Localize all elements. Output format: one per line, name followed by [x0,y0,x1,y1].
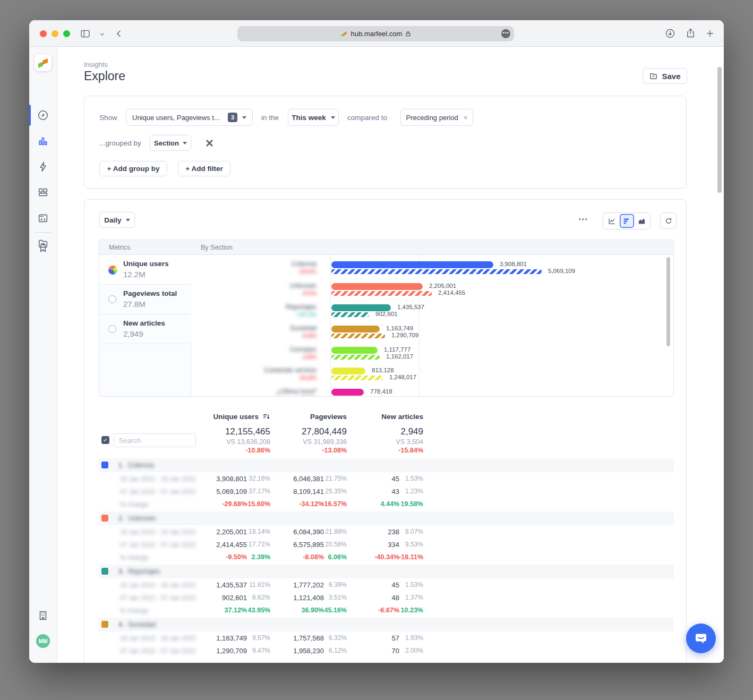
metric-card-1[interactable]: Pageviews total27.8M [99,285,191,314]
minimize-window-button[interactable] [52,30,58,37]
line-chart-icon[interactable] [605,214,619,228]
metric-value: 2,949 [123,329,143,338]
sidebar-item-dashboards[interactable] [37,186,49,198]
previous-bar-value: 1,248,017 [389,374,416,380]
chart-scrollbar[interactable] [666,257,670,346]
column-header-1[interactable]: Pageviews [310,413,347,421]
previous-period-bar[interactable] [331,269,542,274]
metric-radio-icon[interactable] [108,295,116,303]
downloads-icon[interactable] [665,28,675,39]
organization-icon[interactable] [37,610,49,621]
sidebar-item-code-window[interactable] [37,212,49,224]
add-filter-button[interactable]: + Add filter [178,161,230,176]
cell-value: 902,601 [222,594,247,602]
cell-value: 1,757,568 [293,634,324,642]
cell-value: 45 [392,475,399,483]
sidebar-toggle-icon[interactable] [80,28,91,39]
section-group-row[interactable]: 4.Sociedad [99,618,674,631]
sort-icon[interactable] [262,413,270,421]
metric-label: Pageviews total [123,289,177,297]
previous-bar-value: 2,414,455 [438,289,465,296]
cell-change: 19.58% [401,500,423,508]
column-header-0[interactable]: Unique users [213,413,259,421]
zoom-window-button[interactable] [63,30,70,37]
area-chart-icon[interactable] [635,214,649,228]
previous-period-bar[interactable] [331,355,380,360]
select-all-checkbox[interactable]: ✓ [101,436,109,444]
close-window-button[interactable] [40,30,47,37]
cell-share: 17.71% [249,541,270,548]
section-group-row[interactable]: 3.Reportajes [99,565,674,578]
column-header-2[interactable]: New articles [381,413,423,421]
results-panel: Daily ⋯ Metrics B [84,199,687,663]
add-group-by-button[interactable]: + Add group by [99,161,167,176]
section-color-swatch [101,621,108,628]
refresh-button[interactable] [660,212,677,229]
back-icon[interactable] [114,29,124,39]
metric-pie-icon[interactable] [108,266,117,275]
cell-value: 1,958,230 [293,647,324,655]
share-icon[interactable] [685,27,696,39]
metric-card-0[interactable]: Unique users12.2M [99,255,191,285]
masked-section-rank: 1. [118,462,124,469]
current-period-bar[interactable] [331,326,380,332]
marfeel-logo[interactable] [35,54,52,71]
previous-period-bar[interactable] [331,291,432,296]
more-options-button[interactable]: ⋯ [576,214,591,225]
cell-value: 43 [392,488,399,496]
cell-change: 43.95% [248,607,270,614]
sidebar-item-bookmarks[interactable] [38,243,48,253]
metric-card-2[interactable]: New articles2,949 [99,314,191,344]
chevron-down-icon[interactable] [99,31,106,38]
period-dropdown[interactable]: This week [288,109,339,126]
metric-radio-icon[interactable] [108,325,116,333]
current-period-bar[interactable] [331,261,493,268]
cell-change: 37.12% [225,607,247,614]
new-tab-icon[interactable] [705,28,715,39]
comparison-chip[interactable]: Preceding period × [400,109,473,126]
total-change: -15.84% [398,447,423,454]
masked-section-label: Colencia [292,260,316,268]
metrics-dropdown[interactable]: Unique users, Pageviews t... 3 [126,109,253,126]
clear-group-icon[interactable] [205,139,214,148]
current-period-bar[interactable] [331,347,378,354]
current-period-bar[interactable] [331,283,423,290]
sidebar-item-boost[interactable] [37,161,49,173]
granularity-dropdown[interactable]: Daily [99,212,135,228]
masked-section-change: -9.8% [301,332,316,339]
remove-comparison-icon[interactable]: × [464,114,468,122]
current-period-bar[interactable] [331,389,364,396]
chat-messenger-button[interactable] [686,624,716,653]
section-group-row[interactable]: 2.Unknown [99,511,674,525]
masked-date-range: 07 Jan 2022 - 07 Jan 2022 [120,647,196,655]
cell-share: 37.17% [249,488,270,495]
chart-axis-line [330,255,331,396]
cell-value: 1,163,749 [216,634,247,642]
cell-change: -34.12% [299,500,324,508]
masked-section-label: Consejos [290,346,316,353]
page-scrollbar[interactable] [717,67,722,193]
site-favicon [340,30,348,38]
cell-value: 6,046,381 [293,475,324,483]
previous-period-bar[interactable] [331,334,385,338]
page-menu-ellipsis-icon[interactable]: ••• [501,29,510,38]
sidebar-item-compass[interactable] [37,109,49,121]
group-by-dropdown[interactable]: Section [150,135,191,151]
previous-period-bar[interactable] [331,375,383,380]
section-group-row[interactable]: 1.Colencia [99,458,674,472]
save-button[interactable]: Save [643,68,687,84]
bar-chart-plot: Colencia-29.6%3,908,8015,069,109Unknown-… [191,255,673,396]
cell-value: 70 [392,647,399,655]
current-period-bar[interactable] [331,368,365,374]
cell-share: 6.32% [329,634,347,642]
current-bar-value: 2,205,001 [429,283,456,289]
user-avatar[interactable]: MM [36,634,50,648]
cell-change: 4.44% [381,500,399,508]
sidebar-item-analytics[interactable] [37,135,49,147]
previous-period-bar[interactable] [331,312,369,317]
search-input[interactable] [114,433,196,447]
total-value: 2,949 [400,426,423,437]
url-bar[interactable]: hub.marfeel.com ••• [237,26,514,41]
bar-chart-icon[interactable] [620,214,634,228]
masked-section-rank: 3. [118,568,124,575]
